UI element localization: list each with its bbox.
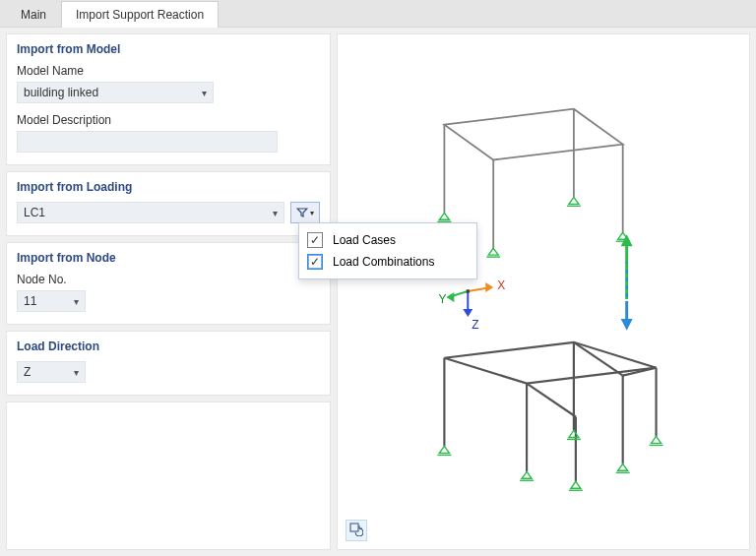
svg-point-33 [466,289,470,293]
label-model-name: Model Name [17,64,320,78]
tab-bar: Main Import Support Reaction [0,0,756,28]
loading-select[interactable]: LC1 ▾ [17,202,284,223]
loading-value: LC1 [24,206,45,219]
filter-option-label: Load Cases [333,233,396,247]
filter-option-label: Load Combinations [333,255,434,269]
label-model-description: Model Description [17,113,320,127]
tab-main[interactable]: Main [6,1,61,28]
model-preview: X Y Z [338,34,749,549]
node-no-value: 11 [24,294,36,308]
svg-text:Y: Y [438,292,446,306]
load-direction-select[interactable]: Z ▾ [17,361,86,383]
panel-import-from-loading: Import from Loading LC1 ▾ ▾ ✓ [6,171,331,236]
chevron-down-icon: ▾ [310,209,314,217]
svg-line-8 [574,342,623,376]
label-node-no: Node No. [17,273,320,286]
refresh-model-icon [349,523,363,539]
left-column: Import from Model Model Name building li… [6,33,331,550]
chevron-down-icon: ▾ [74,296,79,307]
panel-import-from-node: Import from Node Node No. 11 ▾ [6,242,331,325]
section-title-import-from-node: Import from Node [17,251,320,265]
node-no-select[interactable]: 11 ▾ [17,290,86,312]
checkbox-load-combinations[interactable]: ✓ [307,254,323,270]
filter-option-load-cases[interactable]: ✓ Load Cases [305,229,471,251]
svg-text:Z: Z [472,318,478,332]
filter-button[interactable]: ▾ [290,202,320,223]
svg-text:X: X [497,278,505,292]
chevron-down-icon: ▾ [273,208,278,218]
model-description-input[interactable] [17,131,278,153]
section-title-import-from-model: Import from Model [17,42,320,56]
filter-icon [296,207,308,218]
tab-import-support-reaction[interactable]: Import Support Reaction [61,1,219,28]
viewport-action-button[interactable] [346,520,367,541]
checkbox-load-cases[interactable]: ✓ [307,232,323,248]
chevron-down-icon: ▾ [74,367,79,378]
filter-option-load-combinations[interactable]: ✓ Load Combinations [305,251,471,273]
filter-popup: ✓ Load Cases ✓ Load Combinations [298,222,477,279]
content-area: Import from Model Model Name building li… [0,28,756,556]
panel-load-direction: Load Direction Z ▾ [6,331,331,396]
chevron-down-icon: ▾ [202,88,207,98]
viewport[interactable]: X Y Z [337,33,750,550]
section-title-load-direction: Load Direction [17,340,320,353]
section-title-import-from-loading: Import from Loading [17,180,320,194]
load-direction-value: Z [24,365,31,379]
panel-empty [6,402,331,550]
svg-rect-37 [350,524,358,531]
panel-import-from-model: Import from Model Model Name building li… [6,33,331,165]
model-name-select[interactable]: building linked ▾ [17,82,214,103]
svg-line-9 [527,384,576,417]
model-name-value: building linked [24,86,98,99]
